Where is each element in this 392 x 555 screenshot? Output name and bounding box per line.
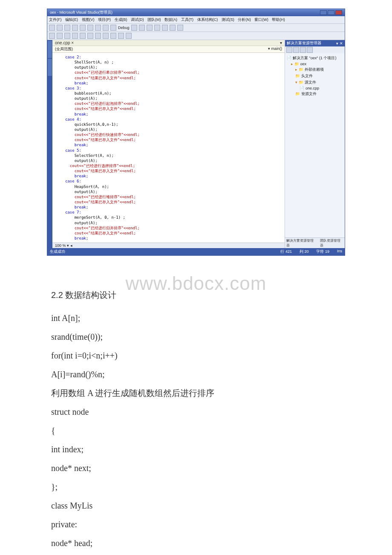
min-button[interactable] bbox=[320, 10, 327, 15]
tool-icon[interactable] bbox=[87, 25, 93, 31]
tree-solution[interactable]: 📄解决方案 "oex" (1 个项目) bbox=[287, 55, 343, 61]
code-line: cout<<"结果已存入文件"<<endl; bbox=[75, 76, 136, 80]
project-icon: ▸ 📁 bbox=[291, 62, 299, 66]
panel-title: 解决方案资源管理器 bbox=[287, 40, 321, 46]
tool-icon[interactable] bbox=[95, 33, 101, 39]
heading-2-2: 2.2 数据结构设计 bbox=[51, 286, 341, 304]
tool-icon[interactable] bbox=[118, 33, 124, 39]
panel-tool-icon[interactable] bbox=[307, 47, 313, 53]
tree-ext-dep[interactable]: ▸ 📁外部依赖项 bbox=[287, 66, 343, 73]
code-line: cout<<"已经进行快速排序"<<endl; bbox=[75, 133, 140, 137]
panel-tool-icon[interactable] bbox=[293, 47, 299, 53]
folder-icon: ▸ 📁 bbox=[295, 67, 303, 72]
tree-project[interactable]: ▸ 📁oex bbox=[287, 61, 343, 66]
editor-zoom-status[interactable]: 100 % ▾ ◂ bbox=[52, 243, 285, 248]
code-line: mergeSort(A, 0, n-1) ; bbox=[75, 215, 125, 220]
ide-title-text: oex - Microsoft Visual Studio(管理员) bbox=[50, 10, 112, 15]
tool-icon[interactable] bbox=[80, 33, 86, 39]
tool-icon[interactable] bbox=[87, 33, 93, 39]
doc-line: int A[n]; bbox=[51, 309, 341, 327]
tool-icon[interactable] bbox=[64, 33, 70, 39]
tool-icon[interactable] bbox=[49, 33, 55, 39]
code-line: SelectSort(A, n); bbox=[75, 153, 114, 158]
menu-debug[interactable]: 调试(D) bbox=[131, 17, 144, 22]
menu-view[interactable]: 视图(V) bbox=[82, 17, 95, 22]
tool-icon[interactable] bbox=[57, 25, 63, 31]
tool-icon[interactable] bbox=[49, 25, 55, 31]
panel-tab-team[interactable]: 团队资源管理器 bbox=[320, 238, 343, 248]
doc-line: node* head; bbox=[51, 534, 341, 552]
menu-build[interactable]: 生成(B) bbox=[115, 17, 127, 22]
tool-icon[interactable] bbox=[131, 25, 137, 31]
doc-line: int index; bbox=[51, 440, 341, 459]
scope-left[interactable]: (全局范围) bbox=[55, 46, 73, 52]
vertical-tool-tab[interactable] bbox=[48, 59, 52, 76]
panel-tool-icon[interactable] bbox=[286, 47, 292, 53]
code-line: output(A); bbox=[75, 127, 98, 132]
tool-icon[interactable] bbox=[162, 25, 168, 31]
tree-source-file[interactable]: 📄one.cpp bbox=[287, 86, 343, 91]
tool-icon[interactable] bbox=[177, 25, 183, 31]
tree-sources[interactable]: ▾ 📁源文件 bbox=[287, 79, 343, 86]
tool-icon[interactable] bbox=[147, 25, 153, 31]
tool-icon[interactable] bbox=[95, 25, 101, 31]
menu-team[interactable]: 团队(M) bbox=[147, 17, 161, 22]
code-line: cout<<"已经进行希尔排序"<<endl; bbox=[75, 70, 140, 75]
panel-pin-icon[interactable]: ▾ ✕ bbox=[336, 41, 343, 46]
tool-icon[interactable] bbox=[170, 25, 176, 31]
tool-icon[interactable] bbox=[72, 33, 78, 39]
menu-edit[interactable]: 编辑(E) bbox=[65, 17, 78, 22]
code-body[interactable]: case 2: ShellSort(A, n) ; output(A); cou… bbox=[52, 53, 285, 243]
menu-window[interactable]: 窗口(W) bbox=[254, 17, 268, 22]
config-label[interactable]: Debug bbox=[118, 26, 130, 30]
ide-window: oex - Microsoft Visual Studio(管理员) 文件(F)… bbox=[47, 9, 345, 256]
cursor-col: 列 20 bbox=[300, 249, 309, 254]
editor-tab[interactable]: one.cpp × bbox=[55, 40, 74, 45]
doc-line: class MyLis bbox=[51, 496, 341, 515]
tree-headers[interactable]: 📁头文件 bbox=[287, 73, 343, 79]
doc-line: 利用数组 A 进行生成随机数组然后进行排序 bbox=[51, 384, 341, 402]
code-line: break; bbox=[75, 112, 89, 116]
code-line: cout<<"结果已存入文件"<<endl; bbox=[75, 231, 136, 235]
code-line: break; bbox=[75, 236, 89, 240]
tool-icon[interactable] bbox=[139, 25, 145, 31]
menu-project[interactable]: 项目(P) bbox=[98, 17, 111, 22]
insert-mode: Ins bbox=[337, 249, 342, 254]
tool-icon[interactable] bbox=[64, 25, 70, 31]
panel-tab-solution[interactable]: 解决方案资源管理器 bbox=[286, 238, 317, 248]
panel-tool-icon[interactable] bbox=[300, 47, 306, 53]
code-line: cout<<"结果已存入文件"<<endl; bbox=[75, 107, 136, 111]
code-line: ShellSort(A, n) ; bbox=[75, 60, 114, 64]
tool-icon[interactable] bbox=[126, 33, 132, 39]
panel-toolbar bbox=[285, 46, 345, 53]
close-button[interactable] bbox=[335, 10, 342, 15]
cursor-line: 行 421 bbox=[280, 249, 292, 254]
menu-tools[interactable]: 工具(T) bbox=[181, 17, 194, 22]
tool-icon[interactable] bbox=[154, 25, 160, 31]
tool-icon[interactable] bbox=[57, 33, 63, 39]
tool-icon[interactable] bbox=[110, 33, 116, 39]
tree-resources[interactable]: 📁资源文件 bbox=[287, 91, 343, 97]
tool-icon[interactable] bbox=[103, 33, 109, 39]
code-line: case 4: bbox=[65, 117, 81, 121]
menu-test[interactable]: 测试(S) bbox=[222, 17, 234, 22]
max-button[interactable] bbox=[328, 10, 334, 15]
scope-right[interactable]: ▾ main() bbox=[268, 46, 282, 52]
tool-icon[interactable] bbox=[110, 25, 116, 31]
tool-icon[interactable] bbox=[103, 25, 109, 31]
menu-arch[interactable]: 体系结构(C) bbox=[197, 17, 218, 22]
code-line: break; bbox=[75, 81, 89, 85]
doc-line: A[i]=rand()%n; bbox=[51, 365, 341, 384]
code-line: cout<<"已经进行起泡排序"<<endl; bbox=[75, 101, 140, 106]
tool-icon[interactable] bbox=[80, 25, 86, 31]
menu-data[interactable]: 数据(A) bbox=[164, 17, 177, 22]
editor-tab-dropdown-icon[interactable]: ▾ bbox=[280, 40, 282, 45]
menu-file[interactable]: 文件(F) bbox=[49, 17, 62, 22]
doc-line: struct node bbox=[51, 402, 341, 421]
vertical-tool-tab[interactable] bbox=[48, 41, 52, 58]
tool-icon[interactable] bbox=[72, 25, 78, 31]
menu-help[interactable]: 帮助(H) bbox=[272, 17, 285, 22]
menu-analyze[interactable]: 分析(N) bbox=[238, 17, 251, 22]
doc-line: node* next; bbox=[51, 459, 341, 477]
editor-tab-bar: one.cpp × ▾ bbox=[52, 40, 285, 46]
